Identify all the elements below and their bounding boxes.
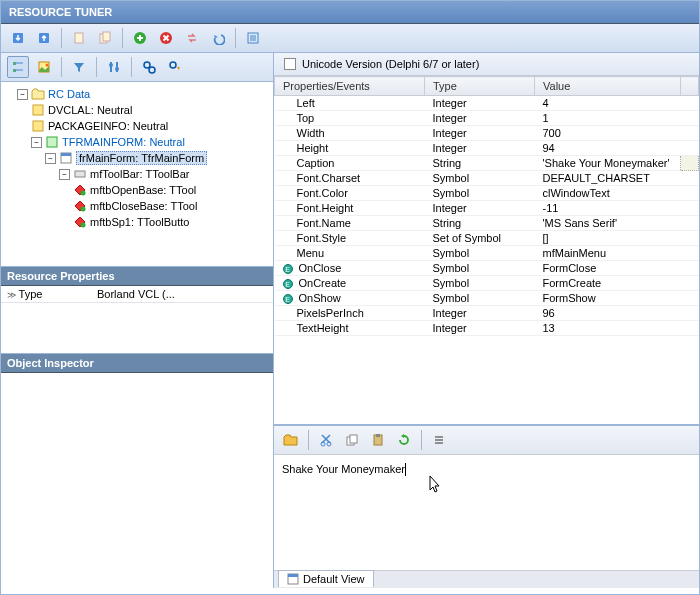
cut-button[interactable]: [315, 429, 337, 451]
doc2-button[interactable]: [94, 27, 116, 49]
cell-type: String: [425, 156, 535, 171]
tab-default-view[interactable]: Default View: [278, 570, 374, 587]
cell-type: String: [425, 216, 535, 231]
cell-value[interactable]: FormCreate: [535, 276, 681, 291]
cell-value[interactable]: mfMainMenu: [535, 246, 681, 261]
filter-button[interactable]: [68, 56, 90, 78]
refresh-button[interactable]: [393, 429, 415, 451]
find-button[interactable]: [138, 56, 160, 78]
component-icon: [73, 199, 87, 213]
list-button[interactable]: [242, 27, 264, 49]
cell-value[interactable]: 'MS Sans Serif': [535, 216, 681, 231]
editor-textarea[interactable]: Shake Your Moneymaker: [274, 455, 699, 570]
tree-node[interactable]: PACKAGEINFO: Neutral: [31, 118, 271, 134]
event-icon: E: [283, 264, 293, 274]
swap-button[interactable]: [181, 27, 203, 49]
tune-button[interactable]: [103, 56, 125, 78]
svg-rect-36: [350, 435, 357, 443]
col-value[interactable]: Value: [535, 77, 681, 96]
separator: [122, 28, 123, 48]
table-row[interactable]: EOnShowSymbolFormShow: [275, 291, 699, 306]
table-row[interactable]: MenuSymbolmfMainMenu: [275, 246, 699, 261]
table-row[interactable]: PixelsPerInchInteger96: [275, 306, 699, 321]
table-row[interactable]: WidthInteger700: [275, 126, 699, 141]
svg-point-21: [144, 62, 150, 68]
cell-value[interactable]: FormShow: [535, 291, 681, 306]
tree-node[interactable]: DVCLAL: Neutral: [31, 102, 271, 118]
svg-rect-29: [75, 171, 85, 177]
undo-button[interactable]: [207, 27, 229, 49]
separator: [235, 28, 236, 48]
separator: [61, 28, 62, 48]
cell-property: Font.Charset: [275, 171, 425, 186]
table-row[interactable]: Font.NameString'MS Sans Serif': [275, 216, 699, 231]
cell-value[interactable]: 'Shake Your Moneymaker': [535, 156, 681, 171]
view-tree-button[interactable]: [7, 56, 29, 78]
cell-value[interactable]: -11: [535, 201, 681, 216]
find-next-button[interactable]: [164, 56, 186, 78]
open-button[interactable]: [280, 429, 302, 451]
align-button[interactable]: [428, 429, 450, 451]
cell-property: Caption: [275, 156, 425, 171]
doc1-button[interactable]: [68, 27, 90, 49]
unicode-checkbox[interactable]: [284, 58, 296, 70]
cell-value[interactable]: 1: [535, 111, 681, 126]
add-button[interactable]: [129, 27, 151, 49]
cell-value[interactable]: clWindowText: [535, 186, 681, 201]
upload-button[interactable]: [33, 27, 55, 49]
view-image-button[interactable]: [33, 56, 55, 78]
item-icon: [31, 119, 45, 133]
cell-value[interactable]: DEFAULT_CHARSET: [535, 171, 681, 186]
svg-rect-2: [75, 33, 83, 43]
cell-value[interactable]: FormClose: [535, 261, 681, 276]
copy-button[interactable]: [341, 429, 363, 451]
tree-node[interactable]: mftbSp1: TToolButto: [73, 214, 271, 230]
tree-node[interactable]: mftbOpenBase: TTool: [73, 182, 271, 198]
cell-type: Symbol: [425, 246, 535, 261]
download-button[interactable]: [7, 27, 29, 49]
table-row[interactable]: Font.CharsetSymbolDEFAULT_CHARSET: [275, 171, 699, 186]
tree-node-root[interactable]: − RC Data: [17, 86, 271, 102]
tree-node[interactable]: − frMainForm: TfrMainForm: [45, 150, 271, 166]
svg-point-20: [115, 67, 119, 71]
table-row[interactable]: EOnCloseSymbolFormClose: [275, 261, 699, 276]
table-row[interactable]: HeightInteger94: [275, 141, 699, 156]
table-row[interactable]: EOnCreateSymbolFormCreate: [275, 276, 699, 291]
delete-button[interactable]: [155, 27, 177, 49]
unicode-label: Unicode Version (Delphi 6/7 or later): [302, 58, 479, 70]
tree-node[interactable]: − mfToolBar: TToolBar: [59, 166, 271, 182]
table-row[interactable]: CaptionString'Shake Your Moneymaker': [275, 156, 699, 171]
collapse-icon[interactable]: −: [17, 89, 28, 100]
col-type[interactable]: Type: [425, 77, 535, 96]
collapse-icon[interactable]: −: [45, 153, 56, 164]
cell-value[interactable]: 4: [535, 96, 681, 111]
table-row[interactable]: TextHeightInteger13: [275, 321, 699, 336]
table-row[interactable]: LeftInteger4: [275, 96, 699, 111]
tree-node[interactable]: mftbCloseBase: TTool: [73, 198, 271, 214]
col-properties[interactable]: Properties/Events: [275, 77, 425, 96]
tree-node[interactable]: − TFRMAINFORM: Neutral: [31, 134, 271, 150]
cell-type: Integer: [425, 96, 535, 111]
properties-table[interactable]: Properties/Events Type Value LeftInteger…: [274, 76, 699, 425]
tab-bar: Default View: [274, 570, 699, 588]
table-row[interactable]: TopInteger1: [275, 111, 699, 126]
svg-rect-43: [288, 574, 298, 577]
collapse-icon[interactable]: −: [59, 169, 70, 180]
separator: [131, 57, 132, 77]
table-row[interactable]: Font.ColorSymbolclWindowText: [275, 186, 699, 201]
cell-value[interactable]: 96: [535, 306, 681, 321]
editor-content: Shake Your Moneymaker: [282, 463, 405, 475]
col-blank: [681, 77, 699, 96]
table-row[interactable]: Font.StyleSet of Symbol[]: [275, 231, 699, 246]
table-row[interactable]: Font.HeightInteger-11: [275, 201, 699, 216]
cell-value[interactable]: []: [535, 231, 681, 246]
toolbar-icon: [73, 167, 87, 181]
resource-tree[interactable]: − RC Data DVCLAL: Neutral PACKAGEINFO: N…: [1, 82, 273, 267]
cell-property: EOnCreate: [275, 276, 425, 291]
collapse-icon[interactable]: −: [31, 137, 42, 148]
cell-value[interactable]: 13: [535, 321, 681, 336]
cell-value[interactable]: 700: [535, 126, 681, 141]
cell-value[interactable]: 94: [535, 141, 681, 156]
cell-property: Height: [275, 141, 425, 156]
paste-button[interactable]: [367, 429, 389, 451]
